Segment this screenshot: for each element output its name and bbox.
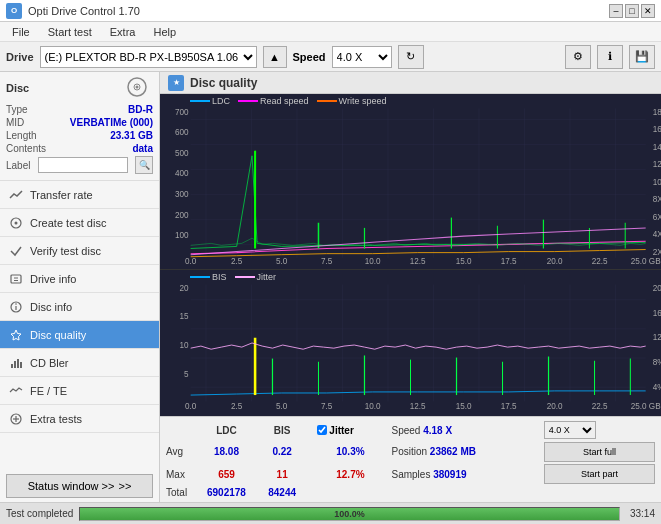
minimize-button[interactable]: – [609,4,623,18]
svg-text:12%: 12% [653,333,661,342]
disc-quality-title: Disc quality [190,76,257,90]
disc-contents-value: data [132,143,153,154]
nav-drive-info[interactable]: Drive info [0,265,159,293]
nav-transfer-rate[interactable]: Transfer rate [0,181,159,209]
speed-select-stat[interactable]: 4.0 X [544,421,596,439]
write-speed-legend: Write speed [339,96,387,106]
nav-extra-tests[interactable]: Extra tests [0,405,159,433]
main-area: Disc Type BD-R MID VERBATIMe (000) Leng [0,72,661,502]
speed-current-value: 4.18 X [423,425,452,436]
samples-value: 380919 [433,469,466,480]
max-jitter-value: 12.7% [313,463,387,486]
menu-file[interactable]: File [4,24,38,40]
svg-rect-12 [11,364,13,368]
max-bis-value: 11 [259,463,305,486]
svg-text:10X: 10X [653,178,661,187]
svg-text:5.0: 5.0 [276,257,288,266]
start-part-button[interactable]: Start part [544,464,655,484]
nav-disc-info[interactable]: Disc info [0,293,159,321]
svg-text:10.0: 10.0 [365,402,381,411]
disc-quality-header-icon: ★ [168,75,184,91]
svg-point-4 [15,221,18,224]
disc-section-title: Disc [6,82,29,94]
svg-point-10 [15,303,17,305]
svg-text:12.5: 12.5 [410,402,426,411]
disc-label-btn[interactable]: 🔍 [135,156,153,174]
nav-cd-bler[interactable]: CD Bler [0,349,159,377]
svg-text:600: 600 [175,128,189,137]
speed-label-stat: Speed 4.18 X [388,420,542,440]
total-label: Total [164,486,194,499]
info-button[interactable]: ℹ [597,45,623,69]
start-full-button[interactable]: Start full [544,442,655,462]
window-controls: – □ ✕ [609,4,655,18]
svg-text:2.5: 2.5 [231,257,243,266]
menu-start-test[interactable]: Start test [40,24,100,40]
disc-icon [121,76,153,100]
svg-text:12X: 12X [653,160,661,169]
drive-select[interactable]: (E:) PLEXTOR BD-R PX-LB950SA 1.06 [40,46,257,68]
svg-text:10.0: 10.0 [365,257,381,266]
svg-text:5.0: 5.0 [276,402,288,411]
svg-text:20.0: 20.0 [547,402,563,411]
drive-label: Drive [6,51,34,63]
svg-text:14X: 14X [653,143,661,152]
nav-verify-test-disc-label: Verify test disc [30,245,101,257]
maximize-button[interactable]: □ [625,4,639,18]
nav-create-test-disc[interactable]: Create test disc [0,209,159,237]
disc-mid-row: MID VERBATIMe (000) [6,117,153,128]
jitter-checkbox-label[interactable]: Jitter [317,425,383,436]
disc-label-input[interactable] [38,157,128,173]
disc-type-row: Type BD-R [6,104,153,115]
nav-disc-quality[interactable]: Disc quality [0,321,159,349]
samples-label: Samples 380919 [388,463,542,486]
svg-text:200: 200 [175,211,189,220]
eject-button[interactable]: ▲ [263,46,287,68]
disc-quality-icon [8,327,24,343]
verify-test-disc-icon [8,243,24,259]
avg-label: Avg [164,440,194,463]
position-label: Position 23862 MB [388,440,542,463]
progress-percent: 100.0% [334,509,365,519]
svg-text:25.0 GB: 25.0 GB [631,257,661,266]
svg-text:4X: 4X [653,230,661,239]
title-bar: O Opti Drive Control 1.70 – □ ✕ [0,0,661,22]
app-title: Opti Drive Control 1.70 [28,5,140,17]
disc-mid-value: VERBATIMe (000) [70,117,153,128]
svg-text:15.0: 15.0 [456,257,472,266]
svg-text:0.0: 0.0 [185,257,197,266]
nav-disc-quality-label: Disc quality [30,329,86,341]
svg-text:17.5: 17.5 [501,257,517,266]
close-button[interactable]: ✕ [641,4,655,18]
app-icon: O [6,3,22,19]
speed-select[interactable]: 4.0 X [332,46,392,68]
svg-text:16X: 16X [653,125,661,134]
svg-text:16%: 16% [653,309,661,318]
svg-text:2.5: 2.5 [231,402,243,411]
fe-te-icon [8,383,24,399]
nav-fe-te[interactable]: FE / TE [0,377,159,405]
svg-point-2 [136,86,139,89]
svg-text:5: 5 [184,370,189,379]
menu-extra[interactable]: Extra [102,24,144,40]
nav-verify-test-disc[interactable]: Verify test disc [0,237,159,265]
svg-text:7.5: 7.5 [321,402,333,411]
refresh-button[interactable]: ↻ [398,45,424,69]
settings-button[interactable]: ⚙ [565,45,591,69]
svg-text:700: 700 [175,108,189,117]
jitter-checkbox[interactable] [317,425,327,435]
save-button[interactable]: 💾 [629,45,655,69]
menu-help[interactable]: Help [145,24,184,40]
svg-text:22.5: 22.5 [592,402,608,411]
nav-disc-info-label: Disc info [30,301,72,313]
read-speed-legend: Read speed [260,96,309,106]
svg-text:10: 10 [180,341,189,350]
avg-ldc-value: 18.08 [194,440,259,463]
svg-text:15: 15 [180,312,189,321]
bis-header: BIS [259,420,305,440]
time-display: 33:14 [630,508,655,519]
status-window-button[interactable]: Status window >> >> [6,474,153,498]
svg-text:12.5: 12.5 [410,257,426,266]
drive-toolbar: Drive (E:) PLEXTOR BD-R PX-LB950SA 1.06 … [0,42,661,72]
svg-text:20: 20 [180,284,189,293]
